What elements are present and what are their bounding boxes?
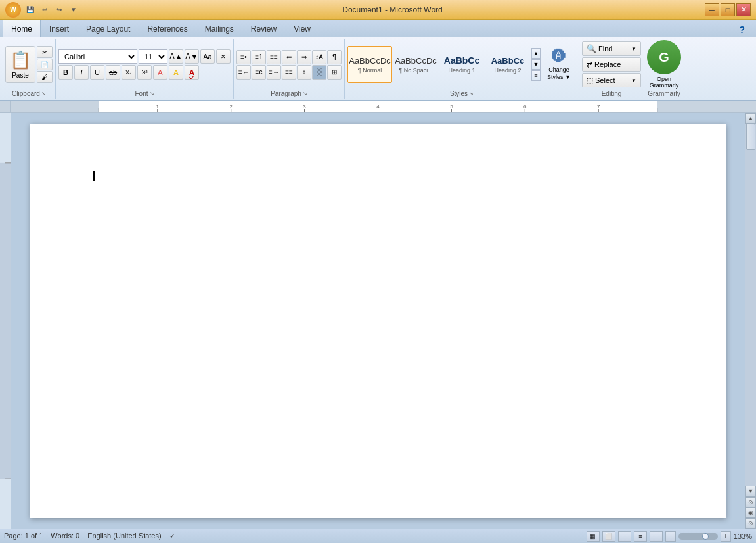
browse-prev-button[interactable]: ⊙: [745, 497, 756, 508]
style-no-spacing[interactable]: AaBbCcDc ¶ No Spaci...: [393, 46, 438, 83]
select-icon: ⬚: [587, 76, 593, 85]
change-case-button[interactable]: Aa: [200, 49, 215, 64]
styles-expand[interactable]: ≡: [531, 70, 541, 81]
outline-view-button[interactable]: ≡: [634, 531, 647, 542]
replace-button[interactable]: ⇄ Replace: [582, 57, 641, 72]
zoom-out-button[interactable]: −: [665, 531, 676, 542]
font-shrink-button[interactable]: A▼: [185, 49, 199, 64]
undo-button[interactable]: ↩: [38, 4, 51, 16]
office-logo[interactable]: W: [5, 2, 21, 18]
tab-view[interactable]: View: [285, 21, 319, 37]
bold-button[interactable]: B: [58, 65, 73, 80]
zoom-thumb: [702, 533, 709, 540]
close-button[interactable]: ✕: [736, 3, 751, 16]
strikethrough-button[interactable]: ab: [106, 65, 120, 80]
words-count: Words: 0: [51, 532, 79, 540]
redo-button[interactable]: ↪: [53, 4, 66, 16]
style-heading2[interactable]: AaBbCc Heading 2: [485, 46, 530, 83]
save-button[interactable]: 💾: [24, 4, 37, 16]
styles-expand[interactable]: ↘: [469, 91, 474, 97]
font-grow-button[interactable]: A▲: [169, 49, 183, 64]
change-styles-label: ChangeStyles ▼: [547, 66, 571, 81]
numbering-button[interactable]: ≡1: [252, 50, 266, 64]
tab-mailings[interactable]: Mailings: [196, 21, 242, 37]
find-button[interactable]: 🔍 Find ▼: [582, 41, 641, 56]
shading-button[interactable]: ░: [312, 65, 326, 80]
cut-button[interactable]: ✂: [37, 46, 53, 58]
font-color-button[interactable]: A: [185, 65, 199, 80]
justify-button[interactable]: ≡≡: [282, 65, 296, 80]
align-center-button[interactable]: ≡c: [252, 65, 266, 80]
document-scroll-area[interactable]: [11, 113, 745, 529]
zoom-slider[interactable]: [678, 533, 718, 540]
borders-button[interactable]: ⊞: [327, 65, 342, 80]
select-dropdown-icon: ▼: [631, 78, 636, 83]
help-button[interactable]: ?: [730, 21, 753, 37]
open-grammarly-button[interactable]: G: [647, 40, 681, 74]
clipboard-expand[interactable]: ↘: [41, 91, 46, 97]
align-left-button[interactable]: ≡←: [236, 65, 251, 80]
align-right-button[interactable]: ≡→: [267, 65, 281, 80]
spell-check-icon[interactable]: ✓: [169, 532, 175, 540]
web-layout-view-button[interactable]: ☰: [618, 531, 631, 542]
zoom-in-button[interactable]: +: [721, 531, 731, 542]
paste-button[interactable]: 📋 Paste: [5, 46, 35, 83]
scroll-track[interactable]: [745, 124, 756, 486]
line-spacing-button[interactable]: ↕: [297, 65, 311, 80]
underline-button[interactable]: U: [90, 65, 104, 80]
superscript-button[interactable]: X²: [137, 65, 152, 80]
scroll-down-button[interactable]: ▼: [745, 486, 756, 496]
draft-view-button[interactable]: ☷: [650, 531, 663, 542]
zoom-level[interactable]: 133%: [734, 532, 752, 540]
print-layout-view-button[interactable]: ▦: [587, 531, 600, 542]
quick-access-more-button[interactable]: ▼: [67, 4, 80, 16]
style-heading1[interactable]: AaBbCc Heading 1: [439, 46, 484, 83]
tab-insert[interactable]: Insert: [41, 21, 78, 37]
styles-scroll-down[interactable]: ▼: [531, 59, 541, 70]
decrease-indent-button[interactable]: ⇐: [282, 50, 296, 64]
grammarly-group-label: Grammarly: [648, 90, 680, 97]
increase-indent-button[interactable]: ⇒: [297, 50, 311, 64]
browse-next-button[interactable]: ⊙: [745, 518, 756, 529]
full-screen-view-button[interactable]: ⬜: [602, 531, 615, 542]
text-effect-button[interactable]: A: [153, 65, 167, 80]
select-button[interactable]: ⬚ Select ▼: [582, 73, 641, 87]
horizontal-ruler: 1 2 3 4 5 6 7: [0, 101, 756, 113]
maximize-button[interactable]: □: [721, 3, 735, 16]
tab-references[interactable]: References: [139, 21, 196, 37]
clear-format-button[interactable]: ✕: [216, 49, 231, 64]
copy-button[interactable]: 📄: [37, 59, 53, 70]
document-page[interactable]: [30, 124, 726, 518]
browse-button[interactable]: ◉: [745, 508, 756, 518]
minimize-button[interactable]: ─: [705, 3, 719, 16]
styles-scroll-up[interactable]: ▲: [531, 48, 541, 59]
style-normal[interactable]: AaBbCcDc ¶ Normal: [347, 46, 392, 83]
tab-page-layout[interactable]: Page Layout: [78, 21, 139, 37]
multilevel-list-button[interactable]: ≡≡: [267, 50, 281, 64]
sort-button[interactable]: ↕A: [312, 50, 326, 64]
ruler-right: [745, 101, 756, 112]
ruler-svg: 1 2 3 4 5 6 7: [11, 101, 745, 112]
editing-buttons: 🔍 Find ▼ ⇄ Replace ⬚ Select ▼: [582, 41, 641, 87]
styles-group: AaBbCcDc ¶ Normal AaBbCcDc ¶ No Spaci...…: [345, 39, 579, 99]
paragraph-rows: ≡• ≡1 ≡≡ ⇐ ⇒ ↕A ¶ ≡← ≡c ≡→ ≡≡: [236, 50, 342, 80]
status-left: Page: 1 of 1 Words: 0 English (United St…: [4, 532, 175, 540]
font-size-select[interactable]: 11: [139, 49, 167, 64]
highlight-button[interactable]: A: [169, 65, 183, 80]
scroll-up-button[interactable]: ▲: [745, 113, 756, 124]
tab-home[interactable]: Home: [3, 20, 41, 37]
format-painter-button[interactable]: 🖌: [37, 71, 53, 83]
paragraph-expand[interactable]: ↘: [303, 91, 307, 97]
change-styles-button[interactable]: 🅐 ChangeStyles ▼: [542, 48, 576, 81]
show-hide-button[interactable]: ¶: [327, 50, 342, 64]
tab-review[interactable]: Review: [242, 21, 285, 37]
subscript-button[interactable]: X₂: [122, 65, 136, 80]
font-name-select[interactable]: Calibri: [58, 49, 137, 64]
vertical-scrollbar: ▲ ▼ ⊙ ◉ ⊙: [745, 113, 756, 529]
clipboard-small-buttons: ✂ 📄 🖌: [37, 46, 53, 83]
font-expand[interactable]: ↘: [150, 91, 154, 97]
bullets-button[interactable]: ≡•: [236, 50, 251, 64]
italic-button[interactable]: I: [74, 65, 89, 80]
scroll-thumb[interactable]: [746, 124, 755, 150]
change-styles-icon: 🅐: [552, 48, 566, 65]
